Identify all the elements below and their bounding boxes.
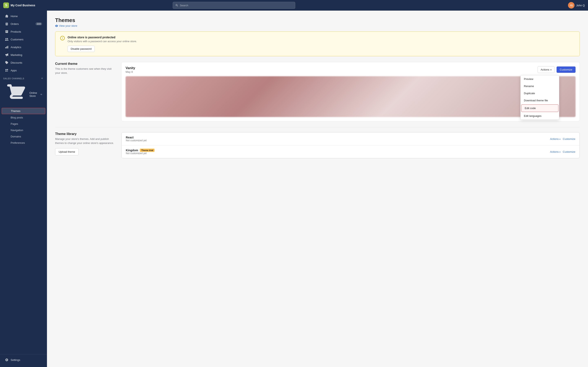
customers-icon [5,38,9,41]
theme-name: Vanity [126,66,135,70]
library-item-kingdom: Kingdom Theme trial Not customized yet A… [122,145,579,158]
products-icon [5,30,9,33]
kingdom-actions-chevron [559,150,561,153]
sidebar-sub-item-domains[interactable]: Domains [2,133,45,140]
sidebar-sub-item-blog-posts[interactable]: Blog posts [2,115,45,120]
theme-preview-image [126,76,576,117]
sidebar-item-marketing[interactable]: Marketing [2,51,45,58]
theme-library-card: React Not customized yet Actions Customi… [121,132,580,158]
sidebar-sub-label-domains: Domains [11,135,21,138]
discounts-icon [5,61,9,64]
sidebar-label-discounts: Discounts [11,61,22,64]
sidebar-sub-label-pages: Pages [11,122,18,125]
sidebar-item-discounts[interactable]: Discounts [2,59,45,66]
sidebar-item-products[interactable]: Products [2,28,45,35]
view-store-link[interactable]: View your store [55,24,580,27]
marketing-icon [5,53,9,57]
orders-badge: 219 [35,22,42,25]
react-actions-link[interactable]: Actions [550,137,561,141]
kingdom-theme-info: Kingdom Theme trial Not customized yet [126,149,155,155]
section-divider [55,127,580,127]
sidebar-label-apps: Apps [11,69,17,72]
current-theme-description: Current theme This is the theme customer… [55,62,116,121]
theme-date: May 8 [126,70,135,73]
settings-icon [5,358,9,362]
kingdom-theme-details: Kingdom Theme trial Not customized yet [126,149,155,155]
theme-library-description: Theme library Manage your store's themes… [55,132,116,158]
dropdown-item-edit-languages[interactable]: Edit languages [521,112,559,119]
dropdown-item-rename[interactable]: Rename [521,83,559,90]
sidebar-label-orders: Orders [11,22,19,25]
user-menu[interactable]: JQ John Q [568,2,585,8]
sidebar-sub-label-navigation: Navigation [11,129,23,132]
sidebar-label-online-store: Online Store [29,91,38,98]
theme-card-header: Vanity May 8 Actions Customize Previ [126,66,576,73]
analytics-icon [5,45,9,49]
react-theme-details: React Not customized yet [126,136,147,142]
theme-card-content: Vanity May 8 Actions Customize Previ [121,62,580,121]
current-theme-section: Current theme This is the theme customer… [55,62,580,121]
current-theme-desc: This is the theme customers see when the… [55,67,116,75]
warning-description: Only visitors with a password can access… [68,40,137,43]
theme-library-title: Theme library [55,132,116,136]
customize-button[interactable]: Customize [557,67,576,73]
kingdom-theme-name: Kingdom [126,149,138,152]
sidebar-label-settings: Settings [11,359,20,361]
sidebar-item-customers[interactable]: Customers [2,36,45,43]
react-customize-link[interactable]: Customize [563,137,575,141]
sidebar: Home Orders 219 Products Customers Ana [0,11,47,367]
app-title: My Cool Business [11,4,35,7]
search-input[interactable] [180,4,293,7]
react-theme-actions: Actions Customize [550,137,575,141]
sidebar-label-analytics: Analytics [11,46,21,49]
top-navigation: S My Cool Business JQ John Q [0,0,588,11]
eye-icon [40,93,42,96]
avatar: JQ [568,2,575,8]
home-icon [5,14,9,18]
current-theme-card: Vanity May 8 Actions Customize Previ [121,62,580,121]
react-theme-sub: Not customized yet [126,139,147,142]
sidebar-item-home[interactable]: Home [2,12,45,20]
sidebar-sub-item-themes[interactable]: Themes [2,108,45,114]
sidebar-item-settings[interactable]: Settings [2,356,45,364]
online-store-icon [5,83,27,106]
react-theme-name: React [126,136,147,139]
add-sales-channel-button[interactable] [40,77,44,80]
react-theme-info: React Not customized yet [126,136,147,142]
dropdown-item-duplicate[interactable]: Duplicate [521,90,559,97]
sidebar-sub-item-preferences[interactable]: Preferences [2,140,45,146]
theme-library-desc: Manage your store's themes. Add and publ… [55,137,116,145]
kingdom-name-row: Kingdom Theme trial [126,149,155,152]
disable-password-button[interactable]: Disable password [68,46,95,52]
search-icon [175,4,178,7]
password-warning-banner: ! Online store is password protected Onl… [55,31,580,56]
theme-info: Vanity May 8 [126,66,135,73]
react-actions-chevron [559,137,561,141]
actions-button[interactable]: Actions [537,66,554,73]
sidebar-label-marketing: Marketing [11,53,22,57]
sidebar-sub-item-navigation[interactable]: Navigation [2,127,45,133]
sidebar-item-online-store[interactable]: Online Store [2,81,45,108]
upload-theme-button[interactable]: Upload theme [55,148,79,155]
search-wrapper [173,2,295,9]
main-content: Themes View your store ! Online store is… [47,11,588,367]
sidebar-item-analytics[interactable]: Analytics [2,43,45,51]
kingdom-theme-actions: Actions Customize [550,150,575,153]
sidebar-item-apps[interactable]: Apps [2,67,45,74]
dropdown-item-download[interactable]: Download theme file [521,97,559,104]
kingdom-theme-sub: Not customized yet [126,152,155,155]
sidebar-sub-label-blog-posts: Blog posts [11,116,23,119]
sidebar-item-orders[interactable]: Orders 219 [2,20,45,27]
dropdown-item-preview[interactable]: Preview [521,75,559,83]
sidebar-sub-item-pages[interactable]: Pages [2,121,45,127]
sales-channels-section: Sales Channels [0,74,47,81]
kingdom-customize-link[interactable]: Customize [563,150,575,153]
dropdown-item-edit-code[interactable]: Edit code [521,104,558,112]
warning-title: Online store is password protected [68,36,137,39]
kingdom-actions-link[interactable]: Actions [550,150,561,153]
app-logo[interactable]: S My Cool Business [3,2,35,8]
library-themes-list: React Not customized yet Actions Customi… [121,132,580,158]
theme-trial-badge: Theme trial [140,149,155,152]
warning-content: Online store is password protected Only … [68,36,137,52]
page-title: Themes [55,17,580,24]
